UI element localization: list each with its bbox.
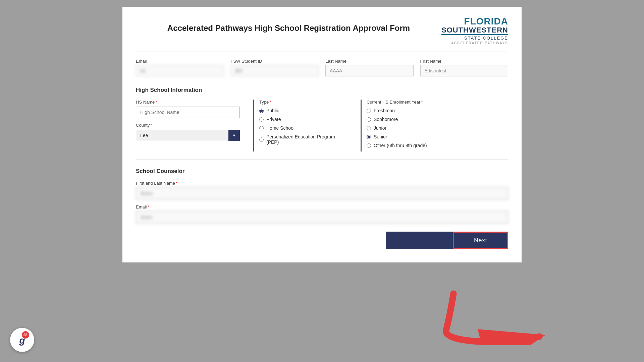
hs-section-heading: High School Information <box>136 87 508 94</box>
type-option-private[interactable]: Private <box>259 117 347 122</box>
counselor-email-input[interactable] <box>136 211 508 224</box>
enrollment-option-freshman[interactable]: Freshman <box>367 108 508 113</box>
last-name-input[interactable] <box>325 65 414 76</box>
logo: FLORIDA SOUTHWESTERN STATE COLLEGE ACCEL… <box>441 17 508 45</box>
fsw-id-input[interactable] <box>231 65 319 76</box>
enrollment-option-sophomore[interactable]: Sophomore <box>367 117 508 122</box>
hs-enrollment-col: Current HS Enrollment Year* Freshman Sop… <box>361 100 508 152</box>
logo-accelerated: ACCELERATED PATHWAYS <box>441 41 508 45</box>
logo-southwestern: SOUTHWESTERN <box>441 26 508 34</box>
first-name-label: First Name <box>420 59 508 64</box>
counselor-heading: School Counselor <box>136 168 508 175</box>
counselor-name-field: First and Last Name* <box>136 181 508 200</box>
hs-name-required: * <box>155 100 157 105</box>
enrollment-option-junior[interactable]: Junior <box>367 125 508 131</box>
enrollment-option-other[interactable]: Other (6th thru 8th grade) <box>367 143 508 148</box>
type-label: Type* <box>259 100 347 105</box>
type-required: * <box>269 100 271 105</box>
top-fields-row: Email FSW Student ID Last Name First Nam… <box>136 59 508 76</box>
county-select-wrapper: Lee Collier Charlotte Hendry Glades <box>136 130 240 141</box>
hs-name-label: HS Name* <box>136 100 240 105</box>
mid-divider <box>136 80 508 80</box>
form-title: Accelerated Pathways High School Registr… <box>167 23 410 33</box>
g-badge-count: 28 <box>22 331 29 339</box>
next-button[interactable]: Next <box>453 232 508 249</box>
last-name-label: Last Name <box>325 59 414 64</box>
logo-state: STATE COLLEGE <box>441 36 508 41</box>
hs-name-input[interactable] <box>136 107 240 118</box>
enrollment-option-senior[interactable]: Senior <box>367 134 508 139</box>
hs-info-section: High School Information HS Name* County*… <box>136 87 508 152</box>
enrollment-radio-freshman[interactable] <box>367 109 371 113</box>
enrollment-radio-junior[interactable] <box>367 126 371 130</box>
enrollment-required: * <box>421 100 423 105</box>
enrollment-radio-other[interactable] <box>367 143 371 148</box>
g-badge[interactable]: g 28 <box>10 328 34 352</box>
counselor-email-label: Email* <box>136 204 508 209</box>
first-name-field-group: First Name <box>420 59 508 76</box>
logo-florida: FLORIDA <box>441 17 508 26</box>
type-option-homeschool[interactable]: Home School <box>259 125 347 131</box>
counselor-section: School Counselor First and Last Name* Em… <box>136 168 508 224</box>
counselor-name-input[interactable] <box>136 187 508 200</box>
type-option-pep[interactable]: Personalized Education Program (PEP) <box>259 134 347 145</box>
last-name-field-group: Last Name <box>325 59 414 76</box>
counselor-divider <box>136 160 508 160</box>
enrollment-radio-senior[interactable] <box>367 135 371 139</box>
type-radio-public[interactable] <box>259 109 264 113</box>
bottom-bar: Next <box>136 232 508 249</box>
arrow-annotation <box>443 285 550 345</box>
progress-bar <box>386 232 453 249</box>
top-divider <box>136 52 508 52</box>
first-name-input[interactable] <box>420 65 508 76</box>
enrollment-label: Current HS Enrollment Year* <box>367 100 508 105</box>
email-label: Email <box>136 59 224 64</box>
fsw-id-label: FSW Student ID <box>231 59 319 64</box>
county-label: County* <box>136 123 240 128</box>
type-radio-pep[interactable] <box>259 137 264 142</box>
hs-left-col: HS Name* County* Lee Collier Charlotte H… <box>136 100 240 152</box>
county-select[interactable]: Lee Collier Charlotte Hendry Glades <box>136 130 240 141</box>
enrollment-radio-sophomore[interactable] <box>367 117 371 122</box>
fsw-id-field-group: FSW Student ID <box>231 59 319 76</box>
county-required: * <box>150 123 152 128</box>
hs-type-col: Type* Public Private Home School Persona… <box>253 100 347 152</box>
counselor-name-required: * <box>176 181 177 186</box>
counselor-email-field: Email* <box>136 204 508 224</box>
counselor-name-label: First and Last Name* <box>136 181 508 186</box>
type-option-public[interactable]: Public <box>259 108 347 113</box>
email-input[interactable] <box>136 65 224 76</box>
type-radio-homeschool[interactable] <box>259 126 264 130</box>
counselor-email-required: * <box>148 204 149 209</box>
hs-info-grid: HS Name* County* Lee Collier Charlotte H… <box>136 100 508 152</box>
type-radio-private[interactable] <box>259 117 264 122</box>
g-badge-letter: g 28 <box>19 334 25 346</box>
counselor-fields: First and Last Name* Email* <box>136 181 508 224</box>
email-field-group: Email <box>136 59 224 76</box>
